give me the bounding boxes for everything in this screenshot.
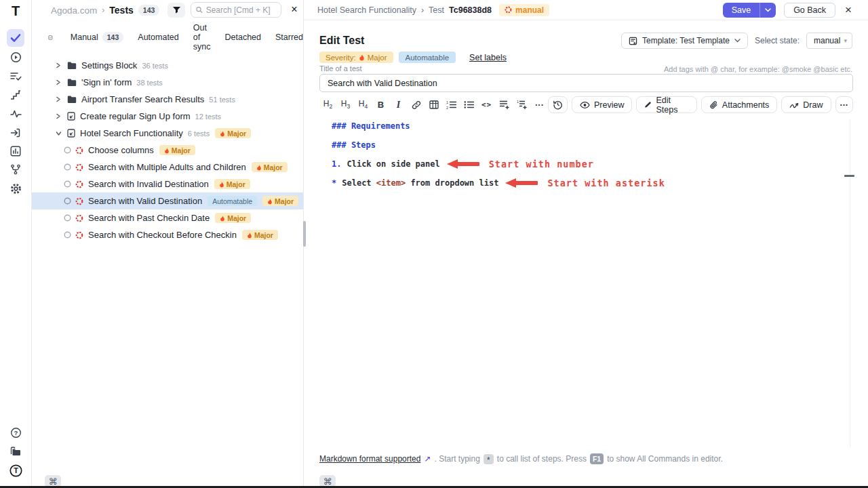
- tree-test-row[interactable]: Search with Multiple Adults and Children…: [32, 159, 303, 176]
- breadcrumb-test-id: Tc96838d8: [449, 5, 492, 15]
- tab-manual-label: Manual: [71, 33, 98, 42]
- profile-badge-icon[interactable]: T: [7, 462, 24, 479]
- test-status-circle-icon: [64, 180, 71, 188]
- breadcrumb-project[interactable]: Agoda.com: [51, 5, 97, 16]
- tree-item-count: 38 tests: [136, 79, 163, 87]
- tab-detached[interactable]: Detached: [224, 33, 261, 42]
- tree-test-row-selected[interactable]: Search with Valid Destination Automatabl…: [32, 192, 303, 209]
- link-button[interactable]: [408, 97, 425, 113]
- history-button[interactable]: [548, 96, 568, 113]
- ordered-list-button[interactable]: 12: [443, 97, 460, 113]
- close-editor-icon[interactable]: ×: [844, 3, 853, 17]
- tree-suite-row-expanded[interactable]: Hotel Search Functionality 6 tests Major: [32, 125, 303, 142]
- tree-suite-row[interactable]: Create regular Sign Up form 12 tests: [32, 108, 303, 125]
- chevron-down-icon[interactable]: [56, 131, 62, 136]
- branches-git-icon[interactable]: [7, 161, 24, 178]
- plans-list-check-icon[interactable]: [7, 67, 24, 85]
- editor-breadcrumb: Hotel Search Functionality › Test Tc9683…: [317, 4, 549, 16]
- set-labels-link[interactable]: Set labels: [469, 53, 507, 62]
- tree-test-row[interactable]: Search with Invalid Destination Major: [32, 176, 303, 192]
- tree-folder-row[interactable]: Settings Block 36 tests: [32, 57, 303, 74]
- heading3-button[interactable]: H3: [337, 97, 354, 113]
- caret-down-icon: ▾: [844, 37, 847, 44]
- search-input[interactable]: [206, 5, 276, 15]
- external-link-icon[interactable]: ↗: [424, 454, 431, 464]
- tree-item-label: Search with Checkout Before Checkin: [88, 230, 237, 240]
- help-icon[interactable]: ?: [7, 424, 24, 441]
- add-numbered-step-button[interactable]: 1: [513, 97, 530, 113]
- tab-manual[interactable]: Manual 143: [71, 32, 124, 43]
- chevron-right-icon[interactable]: [56, 113, 62, 119]
- save-button[interactable]: Save: [723, 3, 760, 18]
- tab-automated[interactable]: Automated: [138, 33, 178, 42]
- test-editor-panel: Hotel Search Functionality › Test Tc9683…: [303, 0, 868, 486]
- template-dropdown[interactable]: Template: Test Template: [621, 33, 748, 49]
- pulse-activity-icon[interactable]: [7, 105, 24, 123]
- markdown-help-link[interactable]: Markdown format supported: [319, 454, 420, 464]
- attachments-button[interactable]: Attachments: [701, 96, 777, 113]
- editor-action-buttons: Preview Edit Steps Attachments Draw ···: [548, 96, 853, 113]
- search-icon: [196, 6, 203, 14]
- state-select[interactable]: manual ▾: [806, 33, 852, 49]
- add-step-list-button[interactable]: [496, 97, 513, 113]
- breadcrumb-separator: ›: [102, 5, 104, 15]
- draw-button[interactable]: Draw: [781, 96, 831, 113]
- filter-button[interactable]: [167, 3, 185, 18]
- editor-scroll-thumb[interactable]: [844, 175, 854, 177]
- tree-test-row[interactable]: Search with Checkout Before Checkin Majo…: [32, 226, 303, 243]
- code-button[interactable]: <>: [478, 97, 495, 113]
- tab-manual-count: 143: [102, 32, 124, 43]
- more-actions-button[interactable]: ···: [835, 96, 854, 113]
- heading2-button[interactable]: H2: [319, 97, 336, 113]
- app-logo[interactable]: T: [7, 2, 24, 20]
- automatable-badge[interactable]: Automatable: [399, 52, 456, 63]
- tree-topbar: Agoda.com › Tests 143 ×: [32, 0, 303, 20]
- list-number-marker: 1.: [332, 159, 341, 169]
- tree-test-row[interactable]: Choose columns Major: [32, 142, 303, 159]
- tab-out-of-sync[interactable]: Out of sync: [193, 23, 211, 52]
- markdown-editor[interactable]: ### Requirements ### Steps 1. Click on s…: [332, 117, 665, 192]
- breadcrumb-section[interactable]: Tests: [109, 5, 134, 16]
- settings-gear-icon[interactable]: [7, 180, 24, 197]
- editor-actions: Save Go Back ×: [723, 3, 853, 18]
- tree-item-count: 36 tests: [142, 62, 168, 70]
- severity-badge[interactable]: Severity: Major: [319, 52, 393, 63]
- go-back-button[interactable]: Go Back: [784, 3, 835, 18]
- analytics-chart-icon[interactable]: [7, 142, 24, 160]
- tree-test-row[interactable]: Search with Past Checkin Date Major: [32, 209, 303, 226]
- preview-button[interactable]: Preview: [572, 96, 632, 113]
- bold-button[interactable]: B: [372, 97, 389, 113]
- folder-icon: [67, 62, 77, 70]
- tests-check-icon[interactable]: [7, 29, 24, 47]
- chevron-right-icon[interactable]: [56, 96, 62, 102]
- test-status-circle-icon: [64, 197, 71, 205]
- italic-button[interactable]: I: [390, 97, 407, 113]
- steps-stairs-icon[interactable]: [7, 86, 24, 104]
- chevron-right-icon[interactable]: [56, 62, 62, 68]
- flame-icon: [220, 215, 225, 222]
- tree-scrollbar[interactable]: [303, 221, 306, 247]
- tree-folder-row[interactable]: Airport Transfer Search Results 51 tests: [32, 91, 303, 108]
- test-title-input[interactable]: [319, 74, 853, 92]
- svg-text:2: 2: [446, 106, 448, 110]
- breadcrumb-suite[interactable]: Hotel Search Functionality: [317, 5, 416, 15]
- projects-folder-icon[interactable]: [7, 443, 24, 460]
- chevron-right-icon[interactable]: [56, 79, 62, 85]
- edit-steps-button[interactable]: Edit Steps: [636, 96, 696, 113]
- heading4-button[interactable]: H4: [355, 97, 372, 113]
- search-box[interactable]: [191, 2, 281, 18]
- runs-play-icon[interactable]: [7, 48, 24, 66]
- import-signin-icon[interactable]: [7, 124, 24, 142]
- severity-badge: Major: [252, 162, 288, 172]
- tree-folder-row[interactable]: 'Sign in' form 38 tests: [32, 74, 303, 91]
- tab-starred[interactable]: Starred: [275, 33, 303, 42]
- tree-item-label: 'Sign in' form: [81, 77, 132, 87]
- clipboard-check-icon[interactable]: [48, 33, 53, 43]
- bullet-list-button[interactable]: [460, 97, 477, 113]
- save-dropdown-button[interactable]: [760, 3, 776, 18]
- more-formatting-button[interactable]: ···: [531, 97, 548, 113]
- flame-icon: [247, 232, 252, 239]
- table-button[interactable]: [425, 97, 442, 113]
- search-close-icon[interactable]: ×: [287, 2, 302, 17]
- test-tree: Settings Block 36 tests 'Sign in' form 3…: [32, 57, 303, 243]
